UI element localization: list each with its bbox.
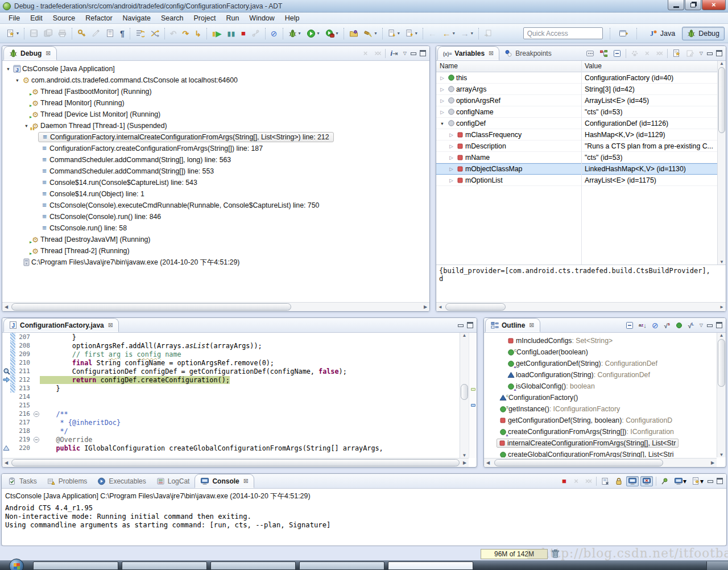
tree-expander-icon[interactable]: ▷ — [448, 166, 455, 172]
menu-search[interactable]: Search — [156, 13, 189, 23]
scroll-lock-button[interactable] — [613, 476, 624, 486]
menu-file[interactable]: File — [3, 13, 25, 23]
debug-button[interactable]: ▾ — [286, 27, 304, 40]
editor-line[interactable]: 213 } — [2, 384, 460, 393]
debug-tree-row[interactable]: ⚙▸Thread [Monitor] (Running) — [2, 97, 428, 109]
outline-vscrollbar[interactable]: ▲ ▼ — [717, 333, 726, 457]
minimize-editor-icon[interactable] — [457, 322, 465, 328]
quick-access-input[interactable] — [523, 27, 603, 39]
maximize-view-icon[interactable] — [716, 478, 723, 484]
remove-all-launches-button[interactable]: ×× — [583, 476, 593, 486]
new-button[interactable]: ▾ — [3, 27, 22, 40]
maximize-view-icon[interactable] — [715, 322, 723, 328]
last-edit-location-button[interactable] — [481, 27, 495, 40]
outline-hscrollbar[interactable]: ◀ ▶ — [484, 458, 717, 467]
previous-annotation-button[interactable]: ▾ — [403, 27, 420, 40]
search-button[interactable]: ▾ — [361, 27, 380, 40]
save-button[interactable] — [27, 27, 41, 40]
editor-line[interactable]: 208 optionArgsRef.addAll(Arrays.asList(a… — [2, 341, 460, 350]
taskbar-button[interactable] — [210, 561, 296, 570]
debug-tree-row[interactable]: ≡ConfigurationFactory.internalCreateConf… — [2, 131, 428, 143]
maximize-view-icon[interactable] — [419, 50, 427, 56]
new-view-button[interactable] — [671, 48, 682, 59]
debug-tree-row[interactable]: ▾JCtsConsole [Java Application] — [2, 63, 428, 75]
terminate-button[interactable]: ■ — [238, 27, 249, 40]
perspective-debug[interactable]: Debug — [682, 27, 725, 40]
outline-item[interactable]: loadConfiguration(String) : Configuratio… — [484, 369, 717, 381]
close-icon[interactable]: ⊠ — [529, 321, 534, 329]
minimize-window-button[interactable] — [668, 0, 684, 10]
perspective-java[interactable]: JJava — [644, 27, 680, 40]
new-wizard-button[interactable] — [75, 27, 89, 40]
redo-nav-button[interactable]: ↷ — [180, 27, 192, 40]
tree-expander-icon[interactable]: ▾ — [14, 77, 21, 83]
skip-all-breakpoints-button[interactable]: ⊘ — [268, 27, 280, 40]
variable-row[interactable]: ▷optionArgsRefArrayList<E> (id=45) — [436, 95, 717, 106]
editor-line[interactable]: 211 ConfigurationDef configDef = getConf… — [2, 367, 460, 375]
variable-row[interactable]: ▷configName"cts" (id=53) — [436, 106, 717, 118]
tree-expander-icon[interactable]: ▷ — [448, 143, 455, 149]
debug-tree-row[interactable]: ≡CtsConsole(Console).executeCmdRunnable(… — [2, 200, 428, 211]
editor-line[interactable]: 210 final String configName = optionArgs… — [2, 358, 460, 367]
view-menu-icon[interactable]: ▽ — [698, 323, 705, 328]
editor-line[interactable]: 209 // first arg is config name — [2, 350, 460, 358]
show-whitespace-button[interactable]: ¶ — [117, 27, 127, 40]
collapse-all-button[interactable] — [624, 320, 635, 331]
selected-outline-item[interactable]: internalCreateConfigurationFromArgs(Stri… — [497, 439, 679, 448]
outline-item[interactable]: ▲isGlobalConfig() : boolean — [484, 381, 717, 392]
view-menu-icon[interactable]: ▽ — [698, 51, 705, 56]
debug-tree-row[interactable]: ▾⚙▮▮Daemon Thread [Thread-1] (Suspended) — [2, 120, 428, 131]
editor-vscrollbar[interactable]: ▲ ▼ — [460, 333, 469, 458]
disconnect-all-button[interactable]: ×× — [372, 48, 382, 59]
close-icon[interactable]: ⊠ — [46, 49, 51, 57]
tab-problems[interactable]: Problems — [42, 474, 93, 488]
tree-expander-icon[interactable]: ▾ — [23, 123, 30, 129]
display-selected-console-button[interactable]: ▾ — [672, 476, 688, 486]
tree-expander-icon[interactable]: ▷ — [448, 177, 455, 183]
debug-tree-row[interactable]: ⚙▸Thread [Device List Monitor] (Running) — [2, 109, 428, 120]
detail-hscrollbar[interactable]: ◀ ▶ — [436, 302, 726, 311]
minimize-view-icon[interactable] — [706, 50, 714, 56]
editor-line[interactable]: 214 — [2, 393, 460, 401]
tree-expander-icon[interactable]: ▷ — [439, 98, 446, 104]
minimize-view-icon[interactable] — [410, 50, 417, 56]
editor-line[interactable]: 217 * {@inheritDoc} — [2, 418, 460, 427]
minimize-view-icon[interactable] — [707, 478, 714, 484]
suspend-button[interactable]: ▮▮ — [225, 27, 238, 40]
terminate-button[interactable]: ■ — [559, 476, 569, 486]
debug-tree-row[interactable]: ≡Console$14.run(Console$CaptureList) lin… — [2, 177, 428, 188]
debug-tree-row[interactable]: C:\Program Files\Java\jre7\bin\javaw.exe… — [2, 257, 428, 268]
code-editor[interactable]: 207 }208 optionArgsRef.addAll(Arrays.asL… — [2, 333, 460, 458]
editor-line[interactable]: 207 } — [2, 333, 460, 341]
menu-edit[interactable]: Edit — [25, 13, 48, 23]
debug-tree-row[interactable]: ≡CtsConsole.run() line: 58 — [2, 222, 428, 234]
outline-item[interactable]: ▲getConfigurationDef(String) : Configura… — [484, 358, 717, 369]
debug-hscrollbar[interactable]: ◀ ▶ — [2, 302, 429, 311]
tree-expander-icon[interactable]: ▷ — [448, 155, 455, 160]
pin-console-button[interactable] — [659, 476, 671, 486]
column-value[interactable]: Value — [581, 61, 605, 72]
watchpoints-button[interactable] — [629, 48, 640, 59]
menu-help[interactable]: Help — [280, 13, 305, 23]
variable-row[interactable]: ▾configDefConfigurationDef (id=1126) — [436, 118, 717, 129]
debug-tree-row[interactable]: ⚙▸Thread [Thread-2] (Running) — [2, 245, 428, 257]
format-button[interactable] — [89, 27, 103, 40]
maximize-view-icon[interactable] — [715, 50, 723, 56]
tab-configurationfactory-java[interactable]: J ConfigurationFactory.java ⊠ — [3, 318, 119, 332]
collapse-all-button[interactable] — [611, 48, 623, 59]
debug-tree-row[interactable]: ≡Console$14.run(Object) line: 1 — [2, 188, 428, 200]
fold-collapse-icon[interactable] — [32, 411, 40, 418]
garbage-collect-button[interactable] — [549, 548, 561, 559]
outline-item[interactable]: getConfigurationDef(String, boolean) : C… — [484, 415, 717, 426]
variable-row[interactable]: ▷mDescription"Runs a CTS plan from a pre… — [436, 141, 717, 152]
debug-tree-row[interactable]: ≡CommandScheduler.addCommand(String[], l… — [2, 154, 428, 166]
resume-button[interactable]: ▮▶ — [209, 27, 225, 40]
hide-static-button[interactable]: √s — [662, 320, 672, 331]
show-stderr-when-changed-button[interactable] — [640, 476, 653, 486]
taskbar-button[interactable] — [388, 561, 473, 570]
tree-expander-icon[interactable]: ▷ — [448, 132, 455, 138]
tab-logcat[interactable]: LogCat — [151, 474, 195, 488]
drop-to-frame-button[interactable]: ↳ — [192, 27, 204, 40]
remove-all-button[interactable]: ×× — [654, 48, 664, 59]
clear-console-button[interactable] — [599, 476, 611, 486]
